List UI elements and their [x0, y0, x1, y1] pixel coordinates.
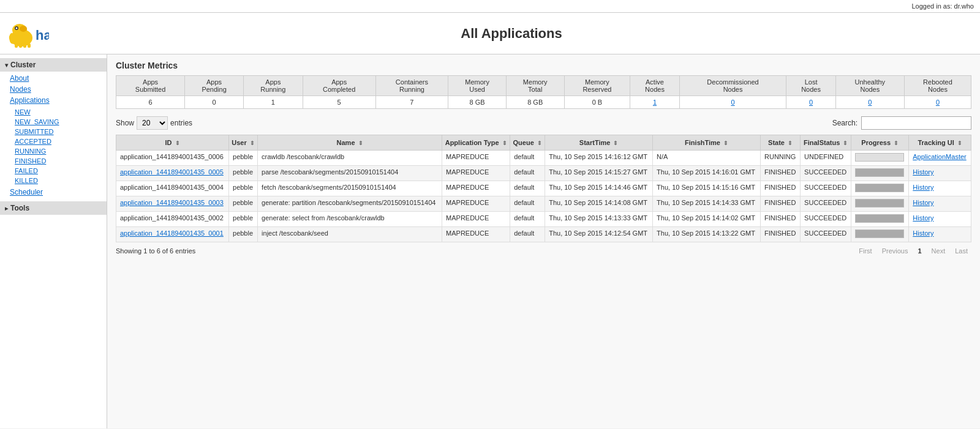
- metric-decommissioned-nodes-val[interactable]: 0: [679, 96, 786, 109]
- metrics-col-decommissioned-nodes: DecommissionedNodes: [679, 76, 786, 96]
- tools-header[interactable]: ▸ Tools: [0, 201, 107, 215]
- app-start-time: Thu, 10 Sep 2015 14:14:08 GMT: [545, 196, 653, 212]
- col-name[interactable]: Name ⇕: [258, 135, 442, 151]
- sidebar-item-scheduler[interactable]: Scheduler: [0, 187, 107, 198]
- sidebar-item-nodes[interactable]: Nodes: [0, 84, 107, 95]
- tracking-ui-link[interactable]: History: [913, 199, 933, 206]
- app-id-cell[interactable]: application_1441894001435_0005: [116, 166, 229, 181]
- search-label: Search:: [832, 119, 858, 127]
- app-id-cell[interactable]: application_1441894001435_0001: [116, 227, 229, 242]
- app-id-link[interactable]: application_1441894001435_0005: [120, 168, 224, 176]
- metric-apps-running-val: 1: [243, 96, 303, 109]
- tracking-ui-link[interactable]: History: [913, 229, 933, 237]
- app-final-status: SUCCEEDED: [801, 181, 851, 196]
- app-start-time: Thu, 10 Sep 2015 14:16:12 GMT: [545, 151, 653, 166]
- app-tracking-ui[interactable]: History: [909, 212, 971, 227]
- app-state: RUNNING: [761, 151, 801, 166]
- app-id-link[interactable]: application_1441894001435_0001: [120, 229, 224, 237]
- app-progress: [851, 212, 909, 227]
- metrics-col-memory-reserved: MemoryReserved: [564, 76, 630, 96]
- page-last[interactable]: Last: [951, 246, 971, 256]
- app-type: MAPREDUCE: [442, 196, 510, 212]
- sidebar-item-accepted[interactable]: ACCEPTED: [0, 136, 107, 146]
- col-id[interactable]: ID ⇕: [116, 135, 229, 151]
- app-name: parse /tescobank/segments/20150910151404: [258, 166, 442, 181]
- sidebar: ▾ Cluster About Nodes Applications NEW N…: [0, 54, 107, 428]
- col-finish-time[interactable]: FinishTime ⇕: [653, 135, 761, 151]
- sidebar-item-about[interactable]: About: [0, 73, 107, 84]
- col-progress[interactable]: Progress ⇕: [851, 135, 909, 151]
- metric-lost-nodes-val[interactable]: 0: [786, 96, 835, 109]
- progress-bar-container: [855, 168, 904, 177]
- sidebar-item-new-saving[interactable]: NEW_SAVING: [0, 117, 107, 127]
- top-bar: Logged in as: dr.who: [0, 0, 980, 13]
- app-tracking-ui[interactable]: History: [909, 227, 971, 242]
- sidebar-item-submitted[interactable]: SUBMITTED: [0, 127, 107, 136]
- app-finish-time: Thu, 10 Sep 2015 14:15:16 GMT: [653, 181, 761, 196]
- metric-active-nodes-val[interactable]: 1: [630, 96, 679, 109]
- page-first[interactable]: First: [855, 246, 875, 256]
- app-tracking-ui[interactable]: History: [909, 181, 971, 196]
- metric-apps-completed-val: 5: [303, 96, 375, 109]
- progress-bar-container: [855, 199, 904, 207]
- metric-unhealthy-nodes-val[interactable]: 0: [835, 96, 904, 109]
- page-1[interactable]: 1: [914, 246, 925, 256]
- show-entries-select[interactable]: 20 10 25 50 100: [137, 116, 168, 130]
- metric-memory-used-val: 8 GB: [448, 96, 507, 109]
- tracking-ui-link[interactable]: History: [913, 184, 933, 191]
- metrics-col-memory-used: MemoryUsed: [448, 76, 507, 96]
- table-row: application_1441894001435_0004 pebble fe…: [116, 181, 971, 196]
- col-app-type[interactable]: Application Type ⇕: [442, 135, 510, 151]
- col-tracking-ui[interactable]: Tracking UI ⇕: [909, 135, 971, 151]
- app-user: pebble: [229, 151, 258, 166]
- app-progress: [851, 196, 909, 212]
- sidebar-item-finished[interactable]: FINISHED: [0, 156, 107, 166]
- app-name: fetch /tescobank/segments/20150910151404: [258, 181, 442, 196]
- app-state: FINISHED: [761, 196, 801, 212]
- metric-rebooted-nodes-val[interactable]: 0: [904, 96, 971, 109]
- app-tracking-ui[interactable]: History: [909, 196, 971, 212]
- svg-text:hadoop: hadoop: [36, 28, 49, 43]
- sidebar-item-running[interactable]: RUNNING: [0, 146, 107, 156]
- app-id-cell[interactable]: application_1441894001435_0003: [116, 196, 229, 212]
- tracking-ui-link[interactable]: ApplicationMaster: [913, 153, 966, 160]
- tracking-ui-link[interactable]: History: [913, 168, 933, 176]
- app-final-status: SUCCEEDED: [801, 212, 851, 227]
- app-name: inject /tescobank/seed: [258, 227, 442, 242]
- progress-bar-fill: [856, 169, 903, 176]
- app-queue: default: [510, 212, 545, 227]
- app-id-link[interactable]: application_1441894001435_0003: [120, 199, 224, 206]
- search-input[interactable]: [861, 116, 971, 130]
- metrics-section-title: Cluster Metrics: [116, 61, 971, 70]
- page-next[interactable]: Next: [928, 246, 949, 256]
- cluster-header[interactable]: ▾ Cluster: [0, 58, 107, 72]
- tracking-ui-link[interactable]: History: [913, 214, 933, 222]
- app-id: application_1441894001435_0006: [120, 153, 224, 160]
- col-start-time[interactable]: StartTime ⇕: [545, 135, 653, 151]
- app-finish-time: Thu, 10 Sep 2015 14:16:01 GMT: [653, 166, 761, 181]
- app-progress: [851, 181, 909, 196]
- metric-containers-running-val: 7: [375, 96, 448, 109]
- metrics-col-apps-submitted: AppsSubmitted: [116, 76, 185, 96]
- app-queue: default: [510, 227, 545, 242]
- col-final-status[interactable]: FinalStatus ⇕: [801, 135, 851, 151]
- col-user[interactable]: User ⇕: [229, 135, 258, 151]
- col-queue[interactable]: Queue ⇕: [510, 135, 545, 151]
- app-final-status: UNDEFINED: [801, 151, 851, 166]
- metrics-table: AppsSubmitted AppsPending AppsRunning Ap…: [116, 75, 971, 109]
- app-finish-time: Thu, 10 Sep 2015 14:14:33 GMT: [653, 196, 761, 212]
- sidebar-item-killed[interactable]: KILLED: [0, 176, 107, 185]
- app-id: application_1441894001435_0002: [120, 214, 224, 222]
- app-finish-time: Thu, 10 Sep 2015 14:13:22 GMT: [653, 227, 761, 242]
- sidebar-item-failed[interactable]: FAILED: [0, 166, 107, 176]
- sidebar-item-applications[interactable]: Applications: [0, 95, 107, 106]
- page-previous[interactable]: Previous: [878, 246, 912, 256]
- app-finish-time: N/A: [653, 151, 761, 166]
- logo[interactable]: hadoop: [6, 17, 49, 50]
- app-state: FINISHED: [761, 181, 801, 196]
- app-tracking-ui[interactable]: History: [909, 166, 971, 181]
- sidebar-item-new[interactable]: NEW: [0, 107, 107, 117]
- app-user: pebble: [229, 196, 258, 212]
- col-state[interactable]: State ⇕: [761, 135, 801, 151]
- app-tracking-ui[interactable]: ApplicationMaster: [909, 151, 971, 166]
